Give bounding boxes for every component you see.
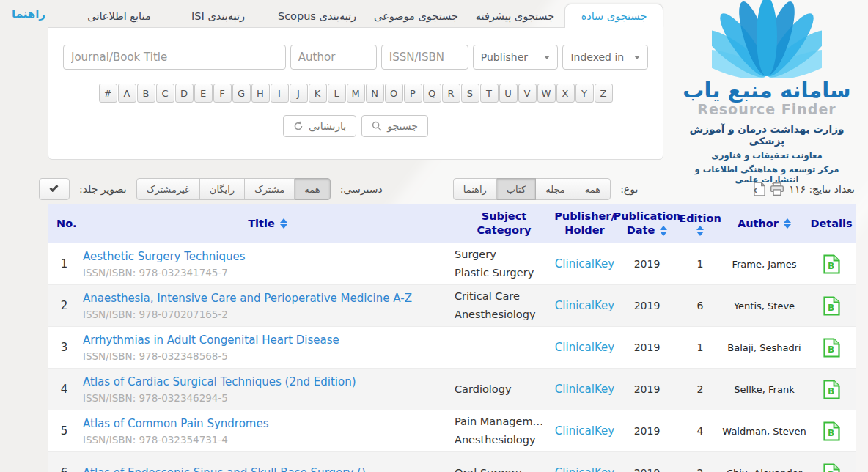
sort-icon[interactable] (784, 218, 791, 229)
type-filter-button-3[interactable]: کتاب (496, 178, 536, 200)
reset-button[interactable]: بازنشانی (283, 115, 356, 137)
print-icon[interactable] (770, 182, 784, 196)
alphabet-filter-#[interactable]: # (99, 84, 117, 103)
alphabet-filter-V[interactable]: V (518, 84, 537, 103)
results-count-label: تعداد نتایج: ۱۱۶ (789, 183, 855, 195)
alphabet-filter-T[interactable]: T (480, 84, 499, 103)
tab-3[interactable]: جستجوی موضوعی (367, 4, 466, 28)
reset-recycle-icon (293, 121, 304, 131)
title-link[interactable]: Aesthetic Surgery Techniques (83, 250, 246, 264)
excel-export-icon[interactable]: x (754, 182, 765, 196)
author-name: Frame, James (722, 243, 806, 284)
title-link[interactable]: Arrhythmias in Adult Congenital Heart Di… (83, 333, 339, 347)
cover-image-checkbox[interactable] (39, 178, 70, 200)
type-filter-button-4[interactable]: راهنما (453, 178, 497, 200)
col-header-date[interactable]: Publication Date (616, 204, 678, 243)
alphabet-filter-K[interactable]: K (309, 84, 327, 103)
tab-6[interactable]: منابع اطلاعاتی (70, 4, 169, 28)
results-summary: تعداد نتایج: ۱۱۶ x (754, 182, 855, 196)
book-details-icon[interactable]: B (823, 421, 840, 441)
help-link[interactable]: راهنما (12, 7, 45, 21)
row-number: 1 (48, 243, 81, 284)
checkmark-icon (50, 183, 59, 192)
edition-value: 6 (678, 285, 722, 326)
title-link[interactable]: Atlas of Endoscopic Sinus and Skull Base… (83, 466, 366, 472)
alphabet-filter-R[interactable]: R (442, 84, 460, 103)
col-header-title[interactable]: Title (81, 204, 455, 243)
access-filter-button-1[interactable]: همه (294, 178, 330, 200)
publisher-link[interactable]: ClinicalKey (555, 466, 614, 472)
access-filter-button-2[interactable]: مشترک (244, 178, 295, 200)
row-number: 6 (48, 452, 81, 472)
alphabet-filter-Y[interactable]: Y (575, 84, 594, 103)
row-number: 3 (48, 327, 81, 368)
col-header-author[interactable]: Author (722, 204, 806, 243)
publisher-link[interactable]: ClinicalKey (555, 383, 614, 396)
access-filter-label: دسترسی: (340, 183, 383, 195)
author-input[interactable] (290, 45, 377, 70)
alphabet-filter-Q[interactable]: Q (423, 84, 441, 103)
book-details-icon[interactable]: B (823, 296, 840, 316)
publisher-link[interactable]: ClinicalKey (555, 424, 614, 438)
alphabet-filter-N[interactable]: N (366, 84, 384, 103)
issn-isbn-input[interactable] (381, 45, 468, 70)
tab-bar: جستجوی سادهجستجوی پیشرفتهجستجوی موضوعیرت… (70, 4, 663, 28)
alphabet-filter-M[interactable]: M (347, 84, 365, 103)
alphabet-filter-F[interactable]: F (213, 84, 232, 103)
logo-title-english: Resource Finder (679, 101, 855, 117)
alphabet-filter-L[interactable]: L (328, 84, 346, 103)
alphabet-filter-E[interactable]: E (194, 84, 213, 103)
sort-icon[interactable] (280, 218, 287, 229)
title-link[interactable]: Atlas of Cardiac Surgical Techniques (2n… (83, 375, 356, 389)
col-header-edition[interactable]: Edition (678, 204, 722, 243)
type-filter-button-2[interactable]: مجله (535, 178, 575, 200)
title-link[interactable]: Atlas of Common Pain Syndromes (83, 417, 268, 431)
alphabet-filter-I[interactable]: I (271, 84, 289, 103)
tab-1-active[interactable]: جستجوی ساده (564, 4, 663, 28)
publisher-select[interactable]: Publisher (473, 45, 559, 70)
title-link[interactable]: Anaesthesia, Intensive Care and Perioper… (83, 292, 412, 306)
tab-2[interactable]: جستجوی پیشرفته (466, 4, 564, 28)
journal-book-title-input[interactable] (63, 45, 286, 70)
alphabet-filter-C[interactable]: C (156, 84, 174, 103)
sort-icon[interactable] (660, 226, 667, 236)
publication-date: 2019 (616, 369, 678, 410)
alphabet-filter-A[interactable]: A (118, 84, 136, 103)
publisher-link[interactable]: ClinicalKey (555, 257, 614, 270)
book-details-icon[interactable]: B (823, 338, 840, 358)
alphabet-filter-U[interactable]: U (499, 84, 518, 103)
author-name: Waldman, Steven (722, 410, 806, 451)
alphabet-filter-H[interactable]: H (251, 84, 270, 103)
alphabet-filter-O[interactable]: O (385, 84, 403, 103)
search-button[interactable]: جستجو (361, 115, 428, 137)
publisher-link[interactable]: ClinicalKey (555, 341, 614, 354)
type-filter-label: نوع: (620, 183, 638, 195)
table-row: 1 Aesthetic Surgery Techniques ISSN/ISBN… (48, 243, 856, 285)
alphabet-filter-Z[interactable]: Z (595, 84, 613, 103)
access-filter-button-4[interactable]: غیرمشترک (136, 178, 200, 200)
tab-4[interactable]: رتبه‌بندی Scopus (268, 4, 367, 28)
book-details-icon[interactable]: B (823, 380, 840, 399)
chevron-down-icon (544, 56, 550, 59)
alphabet-filter-G[interactable]: G (232, 84, 251, 103)
access-filter-button-3[interactable]: رایگان (199, 178, 245, 200)
col-header-publisher: Publisher/ Holder (553, 204, 616, 243)
org-line-deputy: معاونت تحقیقات و فناوری (679, 150, 855, 161)
publication-date: 2019 (616, 285, 678, 326)
publisher-link[interactable]: ClinicalKey (555, 299, 614, 312)
type-filter-button-1[interactable]: همه (575, 178, 611, 200)
sort-icon[interactable] (696, 226, 704, 236)
book-details-icon[interactable]: B (823, 254, 840, 274)
tab-5[interactable]: رتبه‌بندی ISI (169, 4, 268, 28)
alphabet-filter-P[interactable]: P (404, 84, 422, 103)
alphabet-filter-D[interactable]: D (175, 84, 194, 103)
alphabet-filter-B[interactable]: B (137, 84, 155, 103)
alphabet-filter-X[interactable]: X (556, 84, 575, 103)
alphabet-filter-J[interactable]: J (290, 84, 308, 103)
indexed-in-select[interactable]: Indexed in (562, 45, 648, 70)
edition-value: 2 (678, 452, 722, 472)
alphabet-filter-W[interactable]: W (537, 84, 556, 103)
alphabet-filter-S[interactable]: S (461, 84, 479, 103)
book-details-icon[interactable]: B (823, 463, 840, 472)
row-number: 5 (48, 410, 81, 451)
